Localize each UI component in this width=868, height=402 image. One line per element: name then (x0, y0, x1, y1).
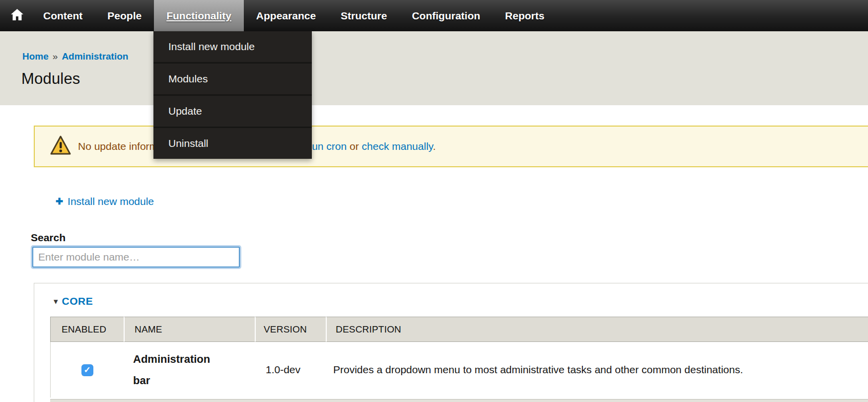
menu-item-update[interactable]: Update (153, 96, 312, 127)
search-input[interactable] (32, 247, 240, 268)
column-header-version: VERSION (255, 317, 326, 342)
core-modules-panel: ▾ CORE ENABLED NAME VERSION DESCRIPTION … (34, 283, 868, 402)
breadcrumb-home-link[interactable]: Home (22, 51, 49, 62)
nav-item-reports[interactable]: Reports (493, 0, 557, 31)
check-manually-link[interactable]: check manually (362, 140, 433, 152)
module-enabled-cell: ✓ (50, 342, 124, 398)
nav-item-configuration[interactable]: Configuration (399, 0, 493, 31)
page-header: Home»Administration Modules (0, 31, 868, 105)
install-new-module-link[interactable]: ✚ Install new module (56, 196, 154, 207)
search-label: Search (31, 232, 66, 244)
core-section-label: CORE (62, 295, 93, 307)
module-description-cell: Provides a dropdown menu to most adminis… (326, 342, 868, 398)
module-version-cell: 1.0-dev (255, 342, 326, 398)
nav-item-appearance[interactable]: Appearance (244, 0, 328, 31)
column-header-description: DESCRIPTION (326, 317, 868, 342)
plus-icon: ✚ (56, 196, 63, 207)
module-enabled-checkbox[interactable]: ✓ (81, 364, 93, 376)
warning-icon (50, 135, 72, 158)
table-header-row: ENABLED NAME VERSION DESCRIPTION (50, 317, 868, 342)
menu-item-modules[interactable]: Modules (153, 64, 312, 94)
column-header-name: NAME (124, 317, 255, 342)
main-content: No update information available. Run cro… (0, 105, 868, 402)
breadcrumb: Home»Administration (22, 51, 128, 62)
warning-message-or: or (347, 140, 362, 152)
menu-item-install-new-module[interactable]: Install new module (153, 31, 312, 62)
column-header-enabled: ENABLED (50, 317, 124, 342)
functionality-dropdown-menu: Install new module Modules Update Uninst… (153, 31, 312, 159)
table-row: ✓ Administration bar 1.0-dev Provides a … (50, 342, 868, 398)
nav-item-functionality[interactable]: Functionality (154, 0, 244, 31)
home-icon (11, 9, 23, 22)
nav-item-content[interactable]: Content (31, 0, 95, 31)
nav-item-structure[interactable]: Structure (328, 0, 399, 31)
module-name-cell: Administration bar (124, 342, 255, 398)
menu-item-uninstall[interactable]: Uninstall (153, 128, 312, 159)
module-name: Administration bar (124, 348, 218, 391)
core-section-toggle[interactable]: ▾ CORE (54, 295, 93, 307)
nav-item-people[interactable]: People (95, 0, 154, 31)
install-new-module-label: Install new module (68, 196, 154, 207)
admin-toolbar: Content People Functionality Appearance … (0, 0, 868, 31)
next-row-partial (50, 399, 868, 402)
modules-table: ENABLED NAME VERSION DESCRIPTION ✓ Admin… (50, 317, 868, 398)
warning-message-period: . (433, 140, 436, 152)
breadcrumb-administration-link[interactable]: Administration (62, 51, 128, 62)
breadcrumb-separator: » (53, 51, 58, 62)
chevron-down-icon: ▾ (54, 296, 58, 307)
page-title: Modules (21, 70, 80, 88)
home-button[interactable] (0, 0, 31, 31)
